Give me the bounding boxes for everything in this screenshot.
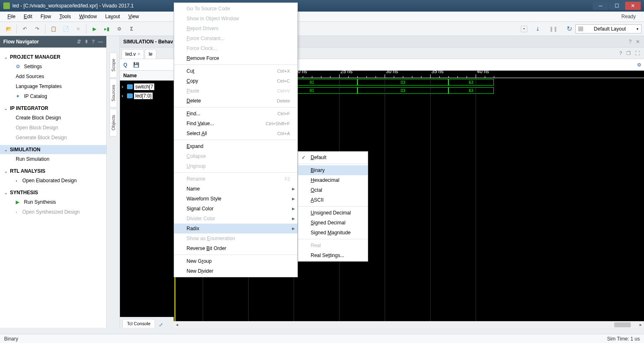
tab-objects[interactable]: Objects	[110, 109, 117, 136]
step-icon[interactable]: ▸▮	[101, 24, 112, 34]
ctx-collapse[interactable]: Collapse	[174, 151, 297, 161]
ctx-new-group[interactable]: New Group	[174, 256, 297, 266]
ctx-find-value[interactable]: Find Value...Ctrl+Shift+F	[174, 119, 297, 129]
radix-signed-decimal[interactable]: Signed Decimal	[298, 218, 368, 228]
radix-hexadecimal[interactable]: Hexadecimal	[298, 175, 368, 185]
ctx-reverse-bit-order[interactable]: Reverse Bit Order	[174, 243, 297, 253]
menu-layout[interactable]: Layout	[101, 12, 124, 21]
menu-flow[interactable]: Flow	[36, 12, 55, 21]
section-rtl-analysis[interactable]: ⌄RTL ANALYSIS	[4, 167, 106, 176]
restore-icon[interactable]: ❐	[626, 50, 631, 56]
tab-sources[interactable]: Sources	[110, 79, 117, 107]
minimize-button[interactable]: ─	[593, 2, 608, 10]
minimize-panel-icon[interactable]: —	[98, 39, 103, 45]
section-synthesis[interactable]: ⌄SYNTHESIS	[4, 188, 106, 197]
layout-combo[interactable]: Default Layout ▾	[575, 24, 642, 33]
ctx-goto-source[interactable]: Go To Source Code	[174, 4, 297, 14]
dropdown-icon[interactable]: ▾	[521, 26, 527, 32]
ctx-select-all[interactable]: Select AllCtrl+A	[174, 129, 297, 138]
ctx-paste[interactable]: PasteCtrl+V	[174, 86, 297, 96]
radix-binary[interactable]: Binary	[298, 165, 368, 175]
run-icon[interactable]: ▶	[89, 24, 100, 34]
open-icon[interactable]: 📂	[3, 24, 14, 34]
radix-unsigned-decimal[interactable]: Unsigned Decimal	[298, 208, 368, 218]
tab-tcl-console[interactable]: Tcl Console	[122, 319, 155, 328]
reload-icon[interactable]: ↻	[564, 24, 575, 34]
sigma-icon[interactable]: Σ	[126, 24, 137, 34]
ctx-force-clock[interactable]: Force Clock...	[174, 43, 297, 53]
search-icon[interactable]: Q	[122, 61, 129, 69]
section-ip-integrator[interactable]: ⌄IP INTEGRATOR	[4, 104, 106, 113]
nav-language-templates[interactable]: Language Templates	[4, 81, 106, 91]
help-icon[interactable]: ?	[92, 39, 95, 45]
radix-octal[interactable]: Octal	[298, 185, 368, 195]
nav-settings[interactable]: ⚙Settings	[4, 62, 106, 71]
expand-icon[interactable]: ›	[122, 84, 126, 90]
menu-edit[interactable]: Edit	[19, 12, 36, 21]
help-icon[interactable]: ?	[619, 50, 622, 56]
ctx-name[interactable]: Name▶	[174, 184, 297, 194]
radix-real[interactable]: Real	[298, 241, 368, 250]
nav-run-synthesis[interactable]: ▶Run Synthesis	[4, 197, 106, 207]
maximize-button[interactable]: ☐	[609, 2, 625, 10]
tab-led-v[interactable]: led.v×	[122, 49, 144, 59]
ctx-signal-color[interactable]: Signal Color▶	[174, 204, 297, 214]
expand-icon[interactable]: ›	[122, 93, 126, 99]
nav-generate-block-design[interactable]: Generate Block Design	[4, 133, 106, 143]
nav-open-elaborated[interactable]: ›Open Elaborated Design	[4, 176, 106, 186]
ctx-remove-force[interactable]: Remove Force	[174, 53, 297, 63]
radix-default[interactable]: ✓Default	[298, 152, 368, 162]
close-button[interactable]: ✕	[625, 2, 641, 10]
scroll-right-icon[interactable]: ►	[637, 323, 644, 327]
paste-icon[interactable]: 📄	[60, 24, 71, 34]
nav-open-synthesized[interactable]: ›Open Synthesized Design	[4, 207, 106, 217]
delete-icon[interactable]: ✕	[73, 24, 84, 34]
maximize-icon[interactable]: ⛶	[635, 50, 640, 56]
redo-icon[interactable]: ↷	[32, 24, 43, 34]
tab-le[interactable]: le	[145, 49, 156, 59]
ctx-delete[interactable]: DeleteDelete	[174, 96, 297, 106]
ctx-cut[interactable]: CutCtrl+X	[174, 66, 297, 76]
section-simulation[interactable]: ⌄SIMULATION	[0, 145, 106, 154]
nav-control-icon[interactable]: ⇵	[77, 39, 81, 45]
scrollbar-thumb[interactable]	[614, 322, 631, 327]
undo-icon[interactable]: ↶	[19, 24, 30, 34]
ctx-show-object[interactable]: Show in Object Window	[174, 14, 297, 24]
radix-real-settings[interactable]: Real Settings...	[298, 250, 368, 260]
ctx-rename[interactable]: RenameF2	[174, 174, 297, 184]
menu-tools[interactable]: Tools	[55, 12, 75, 21]
ctx-ungroup[interactable]: Ungroup	[174, 161, 297, 171]
settings-icon[interactable]: ⚙	[114, 24, 124, 34]
copy-icon[interactable]: 📋	[48, 24, 59, 34]
ctx-copy[interactable]: CopyCtrl+C	[174, 76, 297, 86]
ctx-divider-color[interactable]: Divider Color▶	[174, 214, 297, 224]
ctx-find[interactable]: Find...Ctrl+F	[174, 109, 297, 119]
ctx-radix[interactable]: Radix▶	[174, 224, 297, 233]
radix-ascii[interactable]: ASCII	[298, 195, 368, 205]
nav-open-block-design[interactable]: Open Block Design	[4, 123, 106, 133]
gear-icon[interactable]: ⚙	[637, 62, 642, 68]
tcl-tool-icon[interactable]: ⤢	[159, 322, 163, 328]
save-icon[interactable]: 💾	[132, 61, 140, 69]
menu-view[interactable]: View	[124, 12, 143, 21]
ctx-show-enum[interactable]: Show as Enumeration	[174, 233, 297, 243]
nav-run-simulation[interactable]: Run Simulation	[4, 154, 106, 164]
signal-row[interactable]: ›switch[7	[120, 82, 174, 91]
radix-signed-magnitude[interactable]: Signed Magnitude	[298, 228, 368, 238]
nav-control-icon[interactable]: ⇞	[84, 39, 89, 45]
help-icon[interactable]: ?	[629, 39, 632, 45]
nav-create-block-design[interactable]: Create Block Design	[4, 113, 106, 123]
section-project-manager[interactable]: ⌄PROJECT MANAGER	[4, 52, 106, 62]
ctx-waveform-style[interactable]: Waveform Style▶	[174, 194, 297, 204]
nav-ip-catalog[interactable]: ✦IP Catalog	[4, 91, 106, 101]
close-panel-icon[interactable]: ✕	[636, 39, 640, 45]
ctx-force-constant[interactable]: Force Constant...	[174, 33, 297, 43]
tab-scope[interactable]: Scope	[110, 52, 117, 78]
ctx-report-drivers[interactable]: Report Drivers	[174, 24, 297, 33]
signal-row[interactable]: ›led[7:0]	[120, 91, 174, 100]
menu-window[interactable]: Window	[75, 12, 101, 21]
horizontal-scrollbar[interactable]: ◄ ►	[174, 321, 644, 328]
pause-icon[interactable]: ❚❚	[548, 24, 559, 34]
scroll-left-icon[interactable]: ◄	[174, 323, 180, 327]
down-to-line-icon[interactable]: ⤓	[532, 24, 543, 34]
